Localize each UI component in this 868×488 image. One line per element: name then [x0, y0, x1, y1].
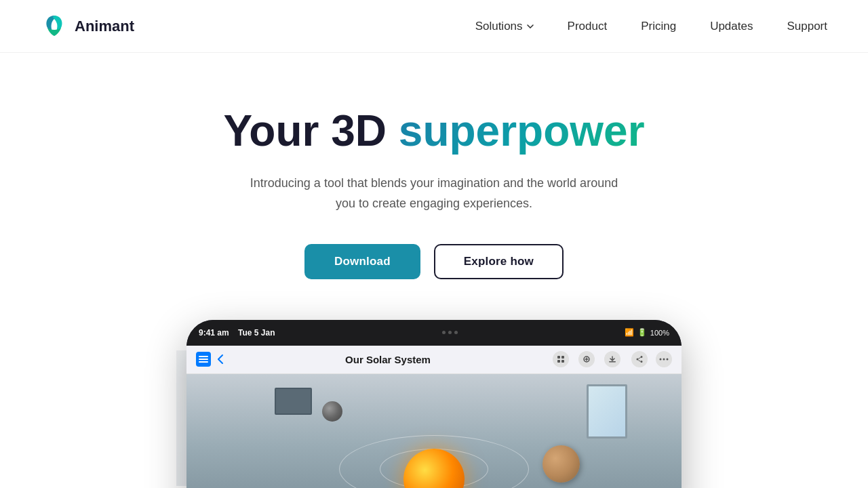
hero-buttons: Download Explore how: [304, 244, 564, 279]
planet-medium: [542, 445, 580, 483]
svg-line-10: [638, 361, 640, 362]
svg-rect-4: [561, 356, 564, 359]
logo-text: Animant: [75, 18, 134, 35]
nav-link-product[interactable]: Product: [568, 20, 608, 33]
svg-point-13: [667, 359, 669, 361]
phone-status-right: 📶 🔋 100%: [625, 328, 669, 337]
download-button[interactable]: Download: [304, 244, 420, 279]
more-icon: [659, 358, 669, 361]
svg-rect-3: [557, 356, 560, 359]
hero-section: Your 3D superpower Introducing a tool th…: [0, 53, 868, 488]
logo-area[interactable]: Animant: [41, 13, 134, 40]
action-icon-1: [557, 355, 565, 363]
chevron-down-icon: [527, 24, 534, 28]
navbar: Animant Solutions Product Pricing Update…: [0, 0, 868, 53]
phone-notch: [442, 331, 458, 334]
nav-link-solutions[interactable]: Solutions: [475, 20, 534, 33]
notch-dot-1: [442, 331, 446, 334]
phone-scene-title: Our Solar System: [230, 354, 546, 365]
nav-link-pricing[interactable]: Pricing: [641, 20, 676, 33]
phone-action-btn-1[interactable]: [553, 351, 569, 367]
nav-item-pricing[interactable]: Pricing: [641, 20, 676, 33]
svg-point-12: [663, 359, 665, 361]
battery-icon: 🔋: [637, 328, 647, 337]
svg-rect-2: [199, 361, 208, 363]
hero-title-accent: superpower: [399, 106, 645, 155]
notch-dot-2: [448, 331, 452, 334]
phone-more-btn[interactable]: [656, 351, 672, 367]
nav-item-support[interactable]: Support: [787, 20, 827, 33]
svg-rect-5: [557, 360, 560, 363]
back-chevron-icon: [218, 354, 223, 364]
svg-point-11: [660, 359, 662, 361]
nav-links: Solutions Product Pricing Updates Suppor…: [475, 20, 827, 33]
svg-rect-0: [199, 356, 208, 357]
phone-status-bar: 9:41 am Tue 5 Jan 📶 🔋 100%: [186, 320, 682, 346]
nav-link-support[interactable]: Support: [787, 20, 827, 33]
wifi-icon: 📶: [625, 328, 634, 337]
phone-app-navbar: Our Solar System: [186, 346, 682, 374]
action-icon-2: [583, 355, 591, 363]
svg-line-9: [638, 358, 640, 359]
hamburger-icon: [199, 356, 208, 363]
phone-action-btn-3[interactable]: [604, 351, 620, 367]
phone-mockup: 9:41 am Tue 5 Jan 📶 🔋 100%: [186, 320, 682, 488]
phone-action-btn-2[interactable]: [578, 351, 595, 367]
nav-item-solutions[interactable]: Solutions: [475, 20, 534, 33]
status-date: Tue 5 Jan: [238, 328, 275, 338]
svg-rect-6: [561, 360, 564, 363]
animant-logo-icon: [41, 13, 68, 40]
hero-title-plain: Your 3D: [223, 106, 398, 155]
action-icon-3: [608, 355, 616, 363]
battery-percent: 100%: [650, 329, 669, 337]
hero-title: Your 3D superpower: [223, 107, 644, 155]
phone-nav-actions: [553, 351, 620, 367]
nav-link-updates[interactable]: Updates: [710, 20, 753, 33]
explore-button[interactable]: Explore how: [434, 244, 564, 279]
nav-item-updates[interactable]: Updates: [710, 20, 753, 33]
svg-rect-8: [609, 361, 616, 363]
phone-time: 9:41 am Tue 5 Jan: [199, 328, 275, 338]
room-window: [587, 384, 627, 439]
planet-small: [322, 401, 342, 422]
phone-menu-icon: [196, 352, 211, 367]
nav-item-product[interactable]: Product: [568, 20, 608, 33]
share-icon: [635, 355, 644, 363]
ar-scene: [186, 374, 682, 488]
phone-share-btn[interactable]: [631, 351, 648, 367]
hero-subtitle: Introducing a tool that blends your imag…: [244, 174, 624, 214]
svg-rect-1: [199, 359, 208, 360]
notch-dot-3: [454, 331, 458, 334]
room-picture: [275, 388, 312, 415]
status-time: 9:41 am: [199, 328, 229, 338]
phone-mockup-container: 9:41 am Tue 5 Jan 📶 🔋 100%: [176, 320, 692, 488]
phone-back-button[interactable]: [218, 354, 223, 364]
